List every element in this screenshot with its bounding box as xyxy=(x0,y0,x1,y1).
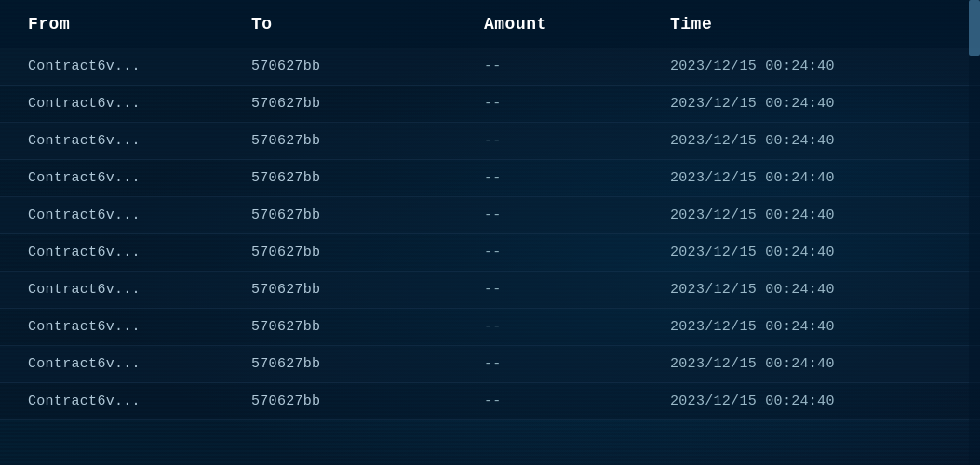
cell-time: 2023/12/15 00:24:40 xyxy=(651,383,980,420)
cell-amount: -- xyxy=(465,197,651,234)
cell-time: 2023/12/15 00:24:40 xyxy=(651,160,980,197)
table-row: Contract6v...570627bb--2023/12/15 00:24:… xyxy=(0,48,980,86)
cell-amount: -- xyxy=(465,48,651,86)
table-container: From To Amount Time Contract6v...570627b… xyxy=(0,0,980,465)
cell-time: 2023/12/15 00:24:40 xyxy=(651,123,980,160)
cell-amount: -- xyxy=(465,234,651,272)
cell-from: Contract6v... xyxy=(0,48,233,86)
cell-to: 570627bb xyxy=(233,309,465,346)
table-row: Contract6v...570627bb--2023/12/15 00:24:… xyxy=(0,346,980,383)
cell-from: Contract6v... xyxy=(0,86,233,123)
cell-from: Contract6v... xyxy=(0,123,233,160)
cell-amount: -- xyxy=(465,346,651,383)
cell-time: 2023/12/15 00:24:40 xyxy=(651,48,980,86)
cell-amount: -- xyxy=(465,383,651,420)
table-row: Contract6v...570627bb--2023/12/15 00:24:… xyxy=(0,272,980,309)
cell-time: 2023/12/15 00:24:40 xyxy=(651,272,980,309)
cell-to: 570627bb xyxy=(233,197,465,234)
cell-from: Contract6v... xyxy=(0,346,233,383)
table-row: Contract6v...570627bb--2023/12/15 00:24:… xyxy=(0,234,980,272)
cell-to: 570627bb xyxy=(233,234,465,272)
cell-to: 570627bb xyxy=(233,86,465,123)
cell-time: 2023/12/15 00:24:40 xyxy=(651,346,980,383)
table-row: Contract6v...570627bb--2023/12/15 00:24:… xyxy=(0,197,980,234)
cell-to: 570627bb xyxy=(233,346,465,383)
cell-amount: -- xyxy=(465,86,651,123)
cell-to: 570627bb xyxy=(233,123,465,160)
cell-amount: -- xyxy=(465,272,651,309)
cell-from: Contract6v... xyxy=(0,383,233,420)
cell-time: 2023/12/15 00:24:40 xyxy=(651,86,980,123)
table-row: Contract6v...570627bb--2023/12/15 00:24:… xyxy=(0,383,980,420)
cell-to: 570627bb xyxy=(233,160,465,197)
scrollbar-track[interactable] xyxy=(969,0,980,465)
cell-to: 570627bb xyxy=(233,48,465,86)
cell-time: 2023/12/15 00:24:40 xyxy=(651,234,980,272)
table-row: Contract6v...570627bb--2023/12/15 00:24:… xyxy=(0,160,980,197)
table-row: Contract6v...570627bb--2023/12/15 00:24:… xyxy=(0,123,980,160)
column-header-amount: Amount xyxy=(465,0,651,48)
scrollbar-thumb[interactable] xyxy=(969,0,980,56)
table-header-row: From To Amount Time xyxy=(0,0,980,48)
cell-from: Contract6v... xyxy=(0,234,233,272)
column-header-time: Time xyxy=(651,0,980,48)
cell-from: Contract6v... xyxy=(0,272,233,309)
cell-amount: -- xyxy=(465,123,651,160)
cell-to: 570627bb xyxy=(233,272,465,309)
cell-time: 2023/12/15 00:24:40 xyxy=(651,197,980,234)
cell-from: Contract6v... xyxy=(0,309,233,346)
table-body: Contract6v...570627bb--2023/12/15 00:24:… xyxy=(0,48,980,420)
table-row: Contract6v...570627bb--2023/12/15 00:24:… xyxy=(0,86,980,123)
cell-from: Contract6v... xyxy=(0,160,233,197)
transactions-table: From To Amount Time Contract6v...570627b… xyxy=(0,0,980,420)
column-header-to: To xyxy=(233,0,465,48)
cell-time: 2023/12/15 00:24:40 xyxy=(651,309,980,346)
cell-to: 570627bb xyxy=(233,383,465,420)
cell-amount: -- xyxy=(465,160,651,197)
cell-from: Contract6v... xyxy=(0,197,233,234)
column-header-from: From xyxy=(0,0,233,48)
table-row: Contract6v...570627bb--2023/12/15 00:24:… xyxy=(0,309,980,346)
cell-amount: -- xyxy=(465,309,651,346)
